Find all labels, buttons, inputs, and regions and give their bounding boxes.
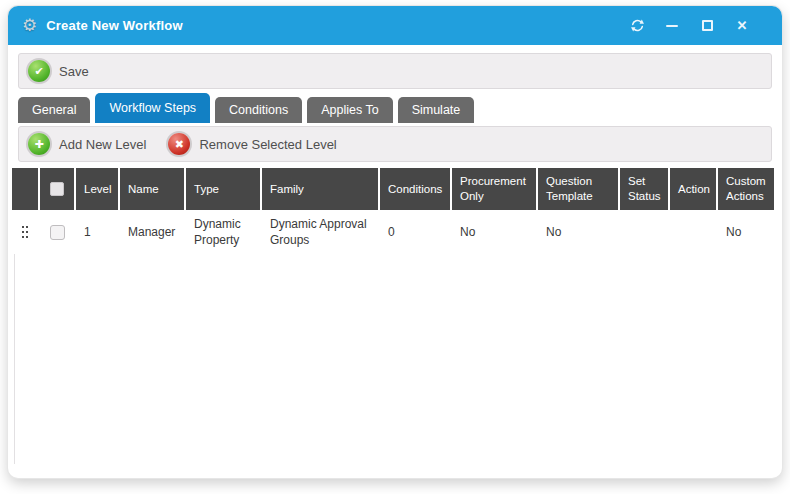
tab-applies-to[interactable]: Applies To <box>307 97 392 123</box>
window-title: Create New Workflow <box>46 18 182 33</box>
save-button-label: Save <box>59 64 89 79</box>
close-icon: ✕ <box>737 19 748 32</box>
column-header-name: Name <box>120 168 184 210</box>
column-header-procurement-only: Procurement Only <box>452 168 536 210</box>
save-button[interactable]: ✔ Save <box>28 60 89 82</box>
tab-workflow-steps-label: Workflow Steps <box>109 101 196 115</box>
window-controls: ✕ <box>629 18 768 34</box>
column-header-custom-actions: Custom Actions <box>718 168 774 210</box>
refresh-button[interactable] <box>629 18 645 34</box>
workflow-steps-grid: Level Name Type Family Conditions Procur… <box>12 168 774 254</box>
tab-general[interactable]: General <box>18 97 90 123</box>
cell-question-template: No <box>538 210 618 254</box>
column-header-action: Action <box>670 168 716 210</box>
save-check-icon: ✔ <box>28 60 50 82</box>
cell-name: Manager <box>120 210 184 254</box>
maximize-icon <box>702 20 713 31</box>
header-select-column <box>40 168 74 210</box>
column-header-level: Level <box>76 168 118 210</box>
cell-procurement-only: No <box>452 210 536 254</box>
minimize-button[interactable] <box>664 18 680 34</box>
column-header-question-template: Question Template <box>538 168 618 210</box>
save-toolbar: ✔ Save <box>18 53 772 89</box>
add-new-level-label: Add New Level <box>59 137 146 152</box>
cell-family: Dynamic Approval Groups <box>262 210 378 254</box>
select-all-checkbox[interactable] <box>50 182 64 196</box>
close-button[interactable]: ✕ <box>734 18 750 34</box>
tab-simulate-label: Simulate <box>412 103 461 117</box>
tab-general-label: General <box>32 103 76 117</box>
cell-level: 1 <box>76 210 118 254</box>
column-header-family: Family <box>262 168 378 210</box>
cell-conditions: 0 <box>380 210 450 254</box>
add-new-level-button[interactable]: ✚ Add New Level <box>28 133 146 155</box>
remove-x-icon: ✖ <box>168 133 190 155</box>
column-header-conditions: Conditions <box>380 168 450 210</box>
grid-header-row: Level Name Type Family Conditions Procur… <box>12 168 774 210</box>
minimize-icon <box>666 25 678 27</box>
header-drag-column <box>12 168 38 210</box>
table-row: 1 Manager Dynamic Property Dynamic Appro… <box>12 210 774 254</box>
maximize-button[interactable] <box>699 18 715 34</box>
tab-strip: General Workflow Steps Conditions Applie… <box>18 93 772 123</box>
column-header-set-status: Set Status <box>620 168 668 210</box>
gear-icon: ⚙ <box>22 17 37 34</box>
grid-body-left-border <box>14 254 15 464</box>
tab-conditions-label: Conditions <box>229 103 288 117</box>
tab-applies-to-label: Applies To <box>321 103 378 117</box>
cell-custom-actions: No <box>718 210 774 254</box>
create-new-workflow-dialog: ⚙ Create New Workflow ✕ <box>8 6 782 478</box>
level-toolbar: ✚ Add New Level ✖ Remove Selected Level <box>18 126 772 162</box>
row-select-cell <box>40 210 74 254</box>
cell-set-status <box>620 210 668 254</box>
remove-selected-level-label: Remove Selected Level <box>199 137 336 152</box>
column-header-type: Type <box>186 168 260 210</box>
drag-handle-icon[interactable] <box>22 226 24 228</box>
row-checkbox[interactable] <box>50 225 65 240</box>
cell-type: Dynamic Property <box>186 210 260 254</box>
refresh-icon <box>630 18 645 33</box>
tab-simulate[interactable]: Simulate <box>398 97 475 123</box>
add-plus-icon: ✚ <box>28 133 50 155</box>
cell-action <box>670 210 716 254</box>
titlebar: ⚙ Create New Workflow ✕ <box>8 6 782 45</box>
tab-conditions[interactable]: Conditions <box>215 97 302 123</box>
remove-selected-level-button[interactable]: ✖ Remove Selected Level <box>168 133 336 155</box>
tab-workflow-steps[interactable]: Workflow Steps <box>95 93 210 123</box>
row-drag-cell <box>12 210 38 254</box>
